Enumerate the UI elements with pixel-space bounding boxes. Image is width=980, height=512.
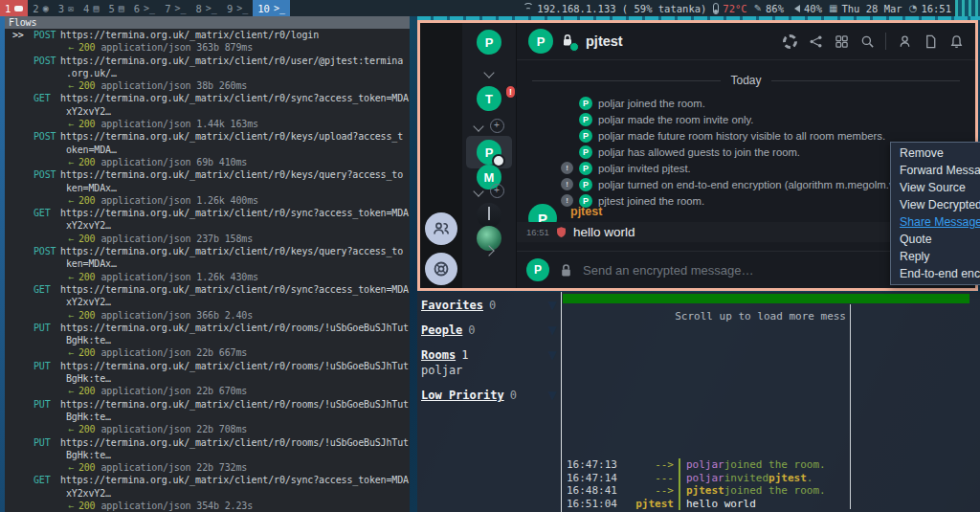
workspace-list: 12◉3✉4▤5▤6>_7>_8>_9>_10>_: [0, 0, 290, 16]
share-icon: [809, 34, 823, 49]
flow-row[interactable]: POSThttps://termina.org.uk/_matrix/clien…: [5, 55, 410, 93]
event-text: poljar invited pjtest.: [598, 163, 691, 174]
timeline-event: Ppoljar made the room invite only.: [517, 111, 975, 127]
log-line: 16:47:13-->poljar joined the room.: [567, 458, 980, 471]
buffer-section-header[interactable]: Favorites0▼: [421, 299, 557, 312]
buffer-section-header[interactable]: Rooms1▼: [421, 348, 557, 362]
collapse-triangle-icon: ▼: [548, 299, 557, 312]
date-text: Thu 28 Mar: [841, 3, 902, 14]
volume-icon: [791, 5, 800, 12]
flow-request-line: PUThttps://termina.org.uk/_matrix/client…: [5, 360, 410, 372]
log-prefix: pjtest: [620, 498, 674, 510]
room-avatar[interactable]: P: [528, 29, 553, 54]
members-button[interactable]: [897, 33, 912, 49]
menu-item-share-message[interactable]: Share Message: [891, 213, 980, 231]
menu-item-end-to-end-encry[interactable]: End-to-end encry: [891, 265, 980, 282]
flow-row[interactable]: PUThttps://termina.org.uk/_matrix/client…: [5, 322, 410, 360]
flow-method: PUT: [33, 360, 60, 372]
flow-url: https://termina.org.uk/_matrix/client/r0…: [60, 30, 319, 40]
log-segment: poljar: [686, 458, 724, 471]
flow-response-line: ←200application/json 22b 670ms: [68, 385, 410, 397]
notifications-button[interactable]: [948, 33, 964, 49]
power-icon: ◉: [43, 4, 49, 13]
room-name: pjtest: [586, 33, 623, 49]
workspace-10[interactable]: 10>_: [253, 0, 290, 16]
flow-request-line: >>POSThttps://termina.org.uk/_matrix/cli…: [5, 29, 410, 41]
flow-row[interactable]: GEThttps://termina.org.uk/_matrix/client…: [5, 92, 410, 130]
buffer-section-count: 0: [510, 389, 517, 402]
workspace-2[interactable]: 2◉: [28, 0, 53, 16]
mitmproxy-window: Flows >>POSThttps://termina.org.uk/_matr…: [5, 16, 410, 512]
flow-url: https://termina.org.uk/_matrix/client/r0…: [60, 361, 409, 371]
workspace-7[interactable]: 7>_: [160, 0, 190, 16]
log-prefix: ---: [620, 472, 674, 484]
section-lowpriority-header[interactable]: +: [462, 184, 516, 198]
workspace-number: 9: [227, 3, 233, 14]
workspace-4[interactable]: 4▤: [78, 0, 103, 16]
workspace-3[interactable]: 3✉: [54, 0, 78, 16]
room-list-item-T[interactable]: T!: [462, 86, 516, 111]
workspace-5[interactable]: 5▤: [103, 0, 128, 16]
weechat-window: Favorites0▼People0▼Rooms1▼poljarLow Prio…: [417, 292, 980, 512]
workspace-9[interactable]: 9>_: [222, 0, 253, 16]
workspace-number: 4: [83, 3, 89, 14]
section-collapse-invites[interactable]: [462, 69, 516, 77]
flow-row[interactable]: GEThttps://termina.org.uk/_matrix/client…: [5, 283, 410, 322]
buffer-panel: Favorites0▼People0▼Rooms1▼poljarLow Prio…: [417, 292, 561, 512]
flow-method: POST: [33, 130, 60, 143]
menu-item-reply[interactable]: Reply: [891, 248, 980, 265]
flow-cursor: >>: [12, 29, 33, 41]
add-room-icon: +: [490, 119, 504, 133]
flow-method: GET: [33, 283, 60, 296]
menu-item-forward-message[interactable]: Forward Message: [891, 162, 980, 179]
response-arrow-icon: ←: [68, 501, 74, 511]
community-people-button[interactable]: [425, 212, 457, 245]
user-avatar[interactable]: P: [462, 30, 516, 55]
flow-row[interactable]: POSThttps://termina.org.uk/_matrix/clien…: [5, 130, 410, 168]
message-timestamp: 16:51: [526, 227, 555, 237]
flow-row[interactable]: POSThttps://termina.org.uk/_matrix/clien…: [5, 245, 410, 283]
response-status: 200: [78, 501, 96, 511]
book-icon: ▤: [93, 4, 99, 13]
menu-item-remove[interactable]: Remove: [891, 145, 980, 162]
flow-method: POST: [33, 168, 60, 181]
message-input[interactable]: Send an encrypted message…: [583, 263, 924, 278]
buffer-section-header[interactable]: Low Priority0▼: [421, 389, 557, 402]
flow-row[interactable]: >>POSThttps://termina.org.uk/_matrix/cli…: [5, 29, 410, 55]
files-button[interactable]: [923, 33, 938, 49]
flow-row[interactable]: GEThttps://termina.org.uk/_matrix/client…: [5, 474, 410, 512]
buffer-section-people: People0▼: [421, 323, 557, 337]
search-button[interactable]: [859, 33, 875, 49]
menu-item-view-source[interactable]: View Source: [891, 179, 980, 196]
workspace-8[interactable]: 8>_: [191, 0, 222, 16]
composer-avatar: P: [526, 258, 549, 281]
apps-button[interactable]: [834, 33, 849, 49]
buffer-section-header[interactable]: People0▼: [421, 323, 557, 337]
share-room-button[interactable]: [808, 33, 823, 49]
book-icon: ▤: [119, 4, 124, 13]
flow-url-continuation: .org.uk/…: [66, 67, 410, 79]
room-list-item-P[interactable]: P: [462, 140, 516, 165]
system-status: 192.168.1.133 ( 59% tatanka) 72°C ✎ 86% …: [523, 3, 980, 14]
help-button[interactable]: [425, 253, 457, 285]
log-segment: pjtest: [768, 472, 807, 484]
flow-row[interactable]: GEThttps://termina.org.uk/_matrix/client…: [5, 207, 410, 245]
clock-icon: ◔: [909, 4, 918, 13]
flow-row[interactable]: PUThttps://termina.org.uk/_matrix/client…: [5, 360, 410, 398]
flow-row[interactable]: POSThttps://termina.org.uk/_matrix/clien…: [5, 168, 410, 207]
response-arrow-icon: ←: [68, 157, 74, 167]
flow-request-line: PUThttps://termina.org.uk/_matrix/client…: [5, 398, 410, 411]
workspace-1[interactable]: 1: [0, 0, 28, 16]
menu-item-view-decrypted-s[interactable]: View Decrypted S: [891, 196, 980, 213]
workspace-6[interactable]: 6>_: [129, 0, 160, 16]
room-list-item-image-1[interactable]: [462, 203, 516, 228]
expand-room-list[interactable]: [462, 247, 516, 255]
e2e-warning-icon: !: [561, 178, 573, 190]
flow-row[interactable]: PUThttps://termina.org.uk/_matrix/client…: [5, 398, 410, 436]
response-status: 200: [78, 272, 96, 282]
settings-button[interactable]: [782, 33, 797, 49]
flow-row[interactable]: PUThttps://termina.org.uk/_matrix/client…: [5, 436, 410, 475]
menu-item-quote[interactable]: Quote: [891, 231, 980, 248]
buffer-item-poljar[interactable]: poljar: [421, 364, 557, 377]
section-rooms-header[interactable]: +: [462, 119, 516, 133]
